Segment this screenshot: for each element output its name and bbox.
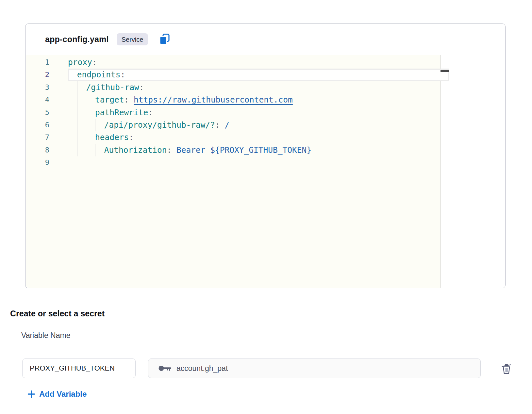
indent-guide-line — [68, 94, 77, 106]
line-number: 9 — [26, 156, 68, 169]
line-number: 2 — [26, 69, 68, 81]
code-token: / — [225, 120, 230, 130]
code-token: target — [95, 95, 124, 104]
code-tokens: target: https://raw.githubusercontent.co… — [95, 94, 293, 106]
indent-guide-line — [77, 119, 86, 131]
code-content: pathRewrite: — [68, 106, 449, 119]
code-line[interactable]: 1proxy: — [26, 56, 449, 69]
indent-guide-line — [95, 119, 104, 131]
code-token: Authorization — [104, 145, 167, 155]
indent-guide-line — [77, 144, 86, 156]
indent-guide-line — [77, 94, 86, 106]
code-token: : — [139, 83, 144, 92]
code-content — [68, 156, 449, 169]
code-line[interactable]: 9 — [26, 156, 449, 169]
code-card: app-config.yaml Service 1proxy:2endpoint… — [25, 24, 506, 288]
code-tokens: pathRewrite: — [95, 106, 153, 119]
code-token: : — [148, 108, 153, 117]
code-token: /github-raw — [86, 83, 139, 92]
secret-section-heading: Create or select a secret — [10, 309, 105, 318]
code-tokens: proxy: — [68, 56, 97, 69]
code-content: endpoints: — [68, 69, 449, 81]
indent-guide-line — [77, 131, 86, 144]
code-lines: 1proxy:2endpoints:3/github-raw:4target: … — [26, 55, 449, 169]
indent-guide-line — [68, 131, 77, 144]
delete-variable-button[interactable] — [499, 361, 514, 375]
line-number: 4 — [26, 94, 68, 106]
code-token: : — [129, 133, 134, 142]
code-token: : — [167, 145, 172, 155]
code-token — [129, 95, 134, 104]
code-token: : — [92, 57, 97, 67]
code-token: : — [120, 70, 125, 79]
code-token: endpoints — [77, 70, 121, 79]
code-tokens: endpoints: — [77, 69, 125, 81]
indent-guide-line — [95, 144, 104, 156]
indent-guide-line — [86, 119, 95, 131]
indent-guide-line — [77, 106, 86, 119]
indent-guide-line — [68, 106, 77, 119]
code-token: : — [124, 95, 129, 104]
indent-guide-line — [86, 106, 95, 119]
editor-scrollbar-thumb[interactable] — [441, 70, 449, 72]
code-tokens: /api/proxy/github-raw/?: / — [104, 119, 230, 131]
trash-icon — [500, 361, 513, 375]
indent-guide-line — [68, 81, 77, 94]
service-badge: Service — [117, 33, 148, 45]
indent-guide-line — [68, 119, 77, 131]
code-editor[interactable]: 1proxy:2endpoints:3/github-raw:4target: … — [26, 55, 449, 288]
code-token — [220, 120, 225, 130]
code-content: headers: — [68, 131, 449, 144]
variable-name-input[interactable] — [22, 358, 136, 378]
secret-select-field[interactable]: account.gh_pat — [148, 358, 481, 378]
code-token: : — [215, 120, 220, 130]
code-line[interactable]: 5pathRewrite: — [26, 106, 449, 119]
line-number: 8 — [26, 144, 68, 156]
indent-guide-line — [68, 69, 77, 81]
code-token: Bearer ${PROXY_GITHUB_TOKEN} — [176, 145, 311, 155]
line-number: 3 — [26, 81, 68, 94]
indent-guide-line — [77, 81, 86, 94]
code-content: /api/proxy/github-raw/?: / — [68, 119, 449, 131]
code-line[interactable]: 4target: https://raw.githubusercontent.c… — [26, 94, 449, 106]
add-variable-button[interactable]: Add Variable — [27, 390, 87, 399]
line-number: 1 — [26, 56, 68, 69]
code-content: /github-raw: — [68, 81, 449, 94]
line-number: 5 — [26, 106, 68, 119]
file-title: app-config.yaml — [45, 35, 109, 44]
line-number: 6 — [26, 119, 68, 131]
code-url-link[interactable]: https://raw.githubusercontent.com — [134, 95, 293, 104]
indent-guide-line — [68, 144, 77, 156]
code-token: proxy — [68, 57, 92, 67]
code-card-header: app-config.yaml Service — [45, 33, 171, 45]
code-token: pathRewrite — [95, 108, 148, 117]
add-variable-label: Add Variable — [39, 390, 87, 399]
key-icon — [158, 365, 172, 372]
code-token: /api/proxy/github-raw/? — [104, 120, 215, 130]
indent-guide-line — [86, 131, 95, 144]
code-line[interactable]: 7headers: — [26, 131, 449, 144]
code-token: headers — [95, 133, 129, 142]
code-token — [172, 145, 176, 155]
plus-icon — [27, 390, 35, 398]
indent-guide-line — [86, 144, 95, 156]
secret-value: account.gh_pat — [176, 364, 228, 373]
code-line[interactable]: 6/api/proxy/github-raw/?: / — [26, 119, 449, 131]
code-tokens: Authorization: Bearer ${PROXY_GITHUB_TOK… — [104, 144, 311, 156]
code-content: Authorization: Bearer ${PROXY_GITHUB_TOK… — [68, 144, 449, 156]
code-tokens: headers: — [95, 131, 134, 144]
copy-button[interactable] — [158, 33, 171, 45]
code-content: target: https://raw.githubusercontent.co… — [68, 94, 449, 106]
code-content: proxy: — [68, 56, 449, 69]
code-tokens: /github-raw: — [86, 81, 144, 94]
code-line[interactable]: 8Authorization: Bearer ${PROXY_GITHUB_TO… — [26, 144, 449, 156]
copy-icon — [158, 33, 171, 45]
line-number: 7 — [26, 131, 68, 144]
code-line[interactable]: 2endpoints: — [26, 69, 449, 81]
variable-name-label: Variable Name — [21, 331, 70, 340]
code-line[interactable]: 3/github-raw: — [26, 81, 449, 94]
indent-guide-line — [86, 94, 95, 106]
